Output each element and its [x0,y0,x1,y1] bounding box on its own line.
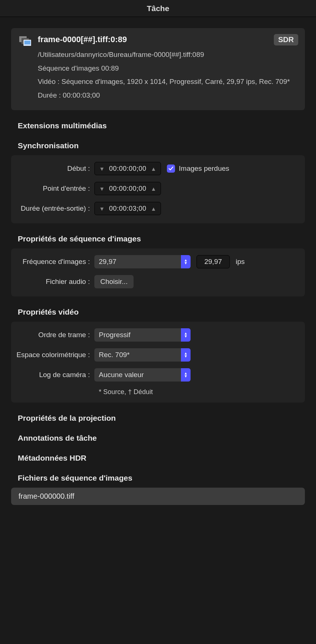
in-label: Point d'entrée : [11,182,94,193]
timing-panel: Début : ▼ 00:00:00;00 ▲ Images perdues [11,155,305,223]
cameralog-select[interactable]: Aucune valeur ▲▼ [94,368,191,382]
section-hdr[interactable]: Métadonnées HDR [18,454,305,462]
chevron-up-icon[interactable]: ▲ [149,186,158,192]
chevron-up-icon[interactable]: ▲ [149,206,158,212]
fps-unit: ips [236,258,245,266]
framerate-select[interactable]: 29,97 ▲▼ [94,255,191,268]
framerate-select-value: 29,97 [99,258,117,266]
duration-value[interactable]: 00:00:03;00 [106,205,149,213]
section-sequence-props[interactable]: Propriétés de séquence d'images [18,234,305,243]
section-annotations[interactable]: Annotations de tâche [18,434,305,443]
cameralog-value: Aucune valeur [99,371,144,379]
duration-stepper[interactable]: ▼ 00:00:03;00 ▲ [94,202,161,215]
chevron-down-icon[interactable]: ▼ [98,186,106,192]
job-filename: frame-0000[##].tiff:0:89 [38,35,297,44]
section-seq-files[interactable]: Fichiers de séquence d'images [18,474,305,482]
list-item[interactable]: frame-000000.tiff [11,488,305,505]
audiofile-label: Fichier audio : [11,275,94,287]
job-info-panel: frame-0000[##].tiff:0:89 /Utilisateurs/d… [11,28,305,110]
updown-icon: ▲▼ [181,328,191,342]
in-stepper[interactable]: ▼ 00:00:00;00 ▲ [94,182,161,195]
framerate-label: Fréquence d'images : [11,255,94,267]
sdr-badge: SDR [274,34,298,45]
chevron-down-icon[interactable]: ▼ [98,166,106,172]
section-video-props[interactable]: Propriétés vidéo [18,308,305,316]
colorspace-value: Rec. 709* [99,351,130,359]
window-title: Tâche [0,0,316,17]
framerate-field[interactable]: 29,97 [196,255,230,268]
stack-icon [19,36,31,46]
duration-io-label: Durée (entrée-sortie) : [11,202,94,213]
colorspace-select[interactable]: Rec. 709* ▲▼ [94,348,191,362]
job-video-desc: Vidéo : Séquence d'images, 1920 x 1014, … [38,77,297,87]
sequence-file-list[interactable]: frame-000000.tiff [11,488,305,505]
start-label: Début : [11,162,94,173]
section-timing[interactable]: Synchronisation [18,141,305,150]
updown-icon: ▲▼ [181,368,191,382]
job-path: /Utilisateurs/dannyrico/Bureau/frame-000… [38,50,297,60]
start-stepper[interactable]: ▼ 00:00:00;00 ▲ [94,162,161,175]
field-order-select[interactable]: Progressif ▲▼ [94,328,191,342]
updown-icon: ▲▼ [181,348,191,362]
colorspace-label: Espace colorimétrique : [11,348,94,360]
dropped-frames-label: Images perdues [179,165,229,173]
dropped-frames-checkbox[interactable] [167,165,175,173]
section-projection[interactable]: Propriétés de la projection [18,414,305,423]
choose-audio-button[interactable]: Choisir... [94,275,134,288]
field-order-value: Progressif [99,331,131,339]
job-duration: Durée : 00:00:03;00 [38,90,297,101]
chevron-down-icon[interactable]: ▼ [98,206,106,212]
start-value[interactable]: 00:00:00;00 [106,165,149,173]
sequence-props-panel: Fréquence d'images : 29,97 ▲▼ 29,97 ips … [11,248,305,296]
svg-rect-3 [24,41,30,44]
in-value[interactable]: 00:00:00;00 [106,185,149,193]
chevron-up-icon[interactable]: ▲ [149,166,158,172]
cameralog-label: Log de caméra : [11,368,94,380]
field-order-label: Ordre de trame : [11,328,94,340]
legend-footnote: * Source, † Déduit [99,388,297,396]
video-props-panel: Ordre de trame : Progressif ▲▼ Espace co… [11,322,305,403]
job-sequence: Séquence d'images 00:89 [38,63,297,74]
updown-icon: ▲▼ [181,255,191,268]
section-media-extensions[interactable]: Extensions multimédias [18,121,305,130]
